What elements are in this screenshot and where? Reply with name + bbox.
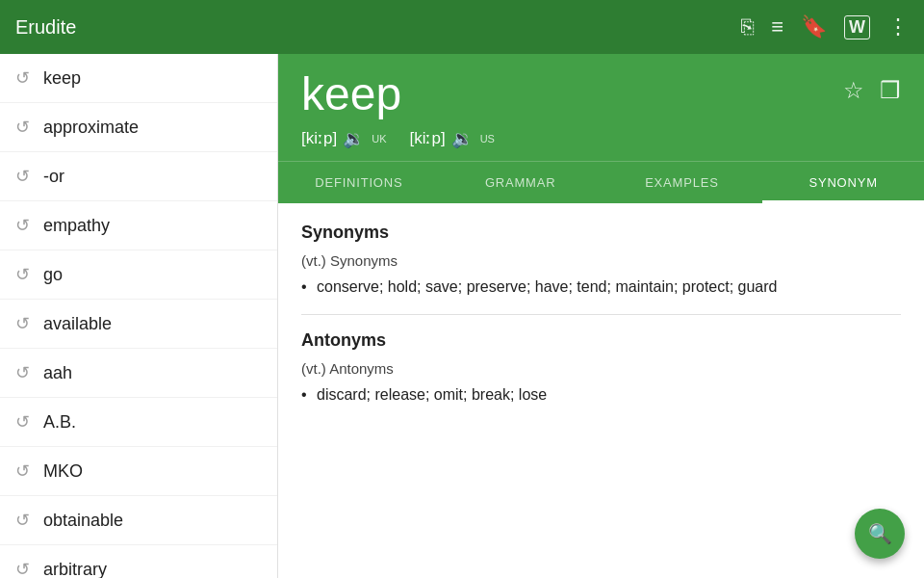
sidebar-item-label: empathy: [43, 216, 110, 236]
top-bar-icons: ⎘ ≡ 🔖 W ⋮: [741, 14, 909, 39]
sidebar: ↺ keep ↺ approximate ↺ -or ↺ empathy ↺ g…: [0, 54, 278, 578]
sidebar-item-empathy[interactable]: ↺ empathy: [0, 201, 277, 250]
word-title: keep: [301, 69, 401, 120]
sidebar-item-approximate[interactable]: ↺ approximate: [0, 103, 277, 152]
tab-synonym[interactable]: SYNONYM: [762, 162, 924, 203]
history-icon-aah: ↺: [15, 362, 30, 383]
tabs: DEFINITIONS GRAMMAR EXAMPLES SYNONYM: [278, 161, 924, 203]
sidebar-item-label: -or: [43, 167, 64, 187]
sidebar-item-obtainable[interactable]: ↺ obtainable: [0, 496, 277, 545]
history-icon-keep: ↺: [15, 67, 30, 89]
sidebar-item-label: A.B.: [43, 412, 76, 433]
star-icon[interactable]: ☆: [843, 77, 864, 104]
sidebar-item-label: obtainable: [43, 511, 123, 531]
search-icon: 🔍: [868, 522, 892, 545]
divider: [301, 314, 901, 315]
app-title: Erudite: [15, 16, 741, 39]
history-icon-empathy: ↺: [15, 215, 30, 236]
tab-grammar[interactable]: GRAMMAR: [440, 162, 602, 203]
sidebar-item-label: go: [43, 265, 63, 285]
sidebar-item-label: keep: [43, 68, 81, 89]
word-header-actions: ☆ ❒: [843, 69, 901, 104]
tab-examples[interactable]: EXAMPLES: [602, 162, 763, 203]
sidebar-item-label: approximate: [43, 118, 139, 138]
sidebar-item-ab[interactable]: ↺ A.B.: [0, 398, 277, 447]
sidebar-item-go[interactable]: ↺ go: [0, 250, 277, 300]
copy-icon[interactable]: ❒: [880, 77, 901, 104]
search-fab[interactable]: 🔍: [855, 509, 905, 559]
synonyms-list: conserve; hold; save; preserve; have; te…: [301, 275, 901, 300]
sidebar-item-label: MKO: [43, 461, 83, 482]
flashcard-icon[interactable]: ⎘: [741, 14, 754, 39]
sidebar-item-mko[interactable]: ↺ MKO: [0, 447, 277, 496]
tab-definitions[interactable]: DEFINITIONS: [278, 162, 440, 203]
synonyms-heading: Synonyms: [301, 223, 901, 243]
sidebar-item-label: arbitrary: [43, 560, 107, 579]
history-icon-or: ↺: [15, 166, 30, 187]
content-area: Synonyms (vt.) Synonyms conserve; hold; …: [278, 203, 924, 578]
pronunciation-us: [kiːp] 🔉 US: [409, 128, 494, 149]
history-icon-arbitrary: ↺: [15, 559, 30, 578]
history-icon-approximate: ↺: [15, 117, 30, 138]
pronunciation-uk: [kiːp] 🔉 UK: [301, 128, 386, 149]
speaker-us-icon[interactable]: 🔉: [451, 128, 473, 149]
main-layout: ↺ keep ↺ approximate ↺ -or ↺ empathy ↺ g…: [0, 54, 924, 578]
right-panel: keep ☆ ❒ [kiːp] 🔉 UK [kiːp] 🔉 US: [278, 54, 924, 578]
sidebar-item-keep[interactable]: ↺ keep: [0, 54, 277, 103]
sidebar-item-or[interactable]: ↺ -or: [0, 152, 277, 201]
top-bar: Erudite ⎘ ≡ 🔖 W ⋮: [0, 0, 924, 54]
antonyms-list: discard; release; omit; break; lose: [301, 382, 901, 407]
pron-uk-locale: UK: [372, 133, 386, 144]
book-icon[interactable]: ≡: [771, 14, 783, 39]
sidebar-item-available[interactable]: ↺ available: [0, 300, 277, 349]
history-icon-mko: ↺: [15, 460, 30, 482]
history-icon-go: ↺: [15, 264, 30, 285]
word-header-top: keep ☆ ❒: [301, 69, 901, 120]
history-icon-obtainable: ↺: [15, 510, 30, 531]
word-header: keep ☆ ❒ [kiːp] 🔉 UK [kiːp] 🔉 US: [278, 54, 924, 161]
pron-us-locale: US: [480, 133, 495, 144]
speaker-uk-icon[interactable]: 🔉: [343, 128, 364, 149]
word-icon[interactable]: W: [844, 15, 870, 39]
sidebar-item-arbitrary[interactable]: ↺ arbitrary: [0, 545, 277, 578]
sidebar-item-label: available: [43, 314, 112, 334]
bookmark-icon[interactable]: 🔖: [801, 14, 827, 39]
antonyms-heading: Antonyms: [301, 330, 901, 351]
history-icon-ab: ↺: [15, 411, 30, 433]
sidebar-item-aah[interactable]: ↺ aah: [0, 349, 277, 398]
pron-us-text: [kiːp]: [409, 128, 445, 148]
pron-uk-text: [kiːp]: [301, 128, 337, 148]
history-icon-available: ↺: [15, 313, 30, 334]
sidebar-item-label: aah: [43, 363, 72, 383]
synonyms-vt-label: (vt.) Synonyms: [301, 252, 901, 269]
more-icon[interactable]: ⋮: [887, 14, 909, 39]
antonyms-vt-label: (vt.) Antonyms: [301, 360, 901, 377]
pronunciations: [kiːp] 🔉 UK [kiːp] 🔉 US: [301, 128, 901, 161]
